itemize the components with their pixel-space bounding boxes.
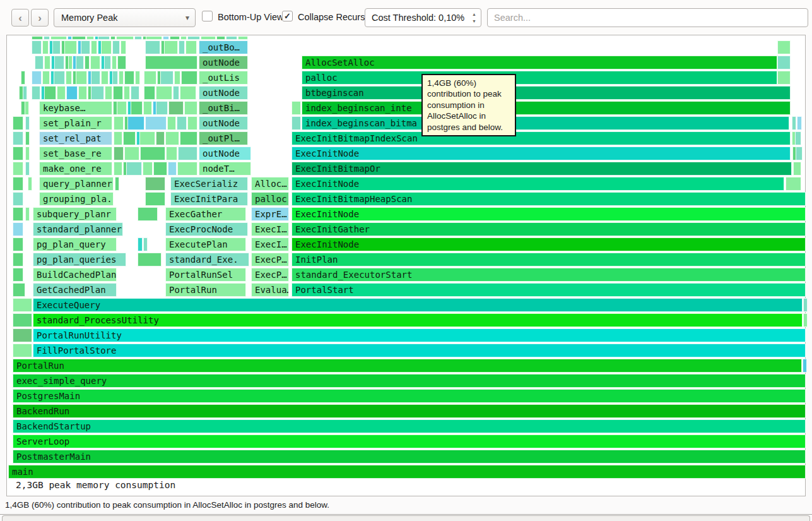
flame-cell[interactable] (121, 40, 126, 54)
flame-cell[interactable] (177, 116, 187, 130)
flame-frame[interactable]: ExecP… (251, 268, 289, 282)
flame-frame[interactable]: grouping_pla. (39, 192, 114, 206)
flame-frame[interactable]: PostmasterMain (13, 450, 806, 464)
flame-frame[interactable]: ExecI… (251, 237, 289, 251)
flame-cell[interactable] (173, 86, 179, 100)
flame-cell[interactable] (145, 40, 160, 54)
flame-frame[interactable]: ServerLoop (13, 434, 806, 448)
flame-cell[interactable] (185, 40, 197, 54)
flame-cell[interactable] (291, 101, 301, 115)
flame-cell[interactable] (138, 207, 158, 221)
flame-cell[interactable] (803, 298, 808, 312)
flame-cell[interactable] (32, 36, 43, 40)
flame-frame[interactable]: btbeginscan (302, 86, 791, 100)
flame-cell[interactable] (164, 40, 178, 54)
flame-cell[interactable] (180, 36, 187, 40)
flame-cell[interactable] (13, 313, 32, 327)
flame-cell[interactable] (795, 131, 801, 145)
flame-frame[interactable]: Evalua… (251, 283, 289, 297)
flame-cell[interactable] (180, 86, 196, 100)
flame-cell[interactable] (777, 40, 791, 54)
flame-cell[interactable] (25, 101, 29, 115)
flame-cell[interactable] (76, 56, 84, 69)
flame-frame[interactable]: ExecInitNode (291, 237, 806, 251)
flame-frame[interactable]: standard_Exe. (165, 253, 249, 266)
flame-frame[interactable]: InitPlan (291, 253, 806, 266)
flame-cell[interactable] (160, 71, 174, 85)
flame-cell[interactable] (145, 177, 165, 191)
flame-cell[interactable] (57, 86, 66, 100)
flame-cell[interactable] (127, 116, 144, 130)
flame-cell[interactable] (23, 86, 27, 100)
flame-cell[interactable] (156, 101, 168, 115)
flame-cell[interactable] (226, 36, 237, 40)
flame-frame[interactable]: PortalRun (165, 283, 246, 297)
flame-frame[interactable]: PortalRunSel (165, 268, 246, 282)
flame-cell[interactable] (803, 359, 807, 373)
flame-frame[interactable]: index_beginscan_bitma (302, 116, 789, 130)
spinner-arrows[interactable]: ▲ ▼ (470, 11, 478, 25)
flame-cell[interactable] (143, 237, 148, 251)
flame-cell[interactable] (168, 101, 184, 115)
spin-down-icon[interactable]: ▼ (470, 18, 478, 25)
flame-cell[interactable] (13, 162, 23, 176)
flame-frame[interactable]: set_base_re (39, 147, 112, 160)
flame-cell[interactable] (13, 207, 23, 221)
flame-cell[interactable] (797, 116, 802, 130)
flame-cell[interactable] (168, 162, 177, 176)
flame-cell[interactable] (170, 36, 180, 40)
flame-cell[interactable] (25, 116, 30, 130)
flame-frame[interactable]: outNode (199, 147, 251, 160)
flame-cell[interactable] (25, 207, 30, 221)
flame-cell[interactable] (131, 101, 143, 115)
flame-cell[interactable] (803, 313, 808, 327)
flame-frame[interactable]: index_beginscan_inte (302, 101, 791, 115)
flame-frame[interactable]: outNode (199, 56, 248, 69)
flame-cell[interactable] (117, 56, 126, 69)
flame-cell[interactable] (13, 131, 23, 145)
flame-frame[interactable]: keybase… (39, 101, 112, 115)
flame-frame[interactable]: outNode (199, 86, 248, 100)
flame-cell[interactable] (156, 131, 165, 145)
flame-frame[interactable]: palloc (302, 71, 777, 85)
flame-cell[interactable] (91, 86, 104, 100)
flame-cell[interactable] (187, 116, 197, 130)
flame-frame[interactable]: PortalRun (13, 359, 802, 373)
flame-cell[interactable] (44, 86, 56, 100)
flame-cell[interactable] (91, 40, 97, 54)
flame-frame[interactable]: ExecProcNode (165, 222, 248, 236)
flame-frame[interactable]: ExecI… (251, 222, 289, 236)
flame-frame[interactable]: pg_plan_query (33, 237, 117, 251)
cost-threshold-spinbox[interactable]: Cost Threshold: 0,10% ▲ ▼ (365, 8, 481, 27)
flame-frame[interactable]: ExecGather (165, 207, 246, 221)
flame-frame[interactable]: ExecutePlan (165, 237, 246, 251)
flame-frame[interactable]: ExecInitNode (291, 147, 791, 160)
flame-frame[interactable]: ExprE… (251, 207, 289, 221)
flame-cell[interactable] (146, 36, 162, 40)
flame-frame[interactable]: ExecInitNode (291, 177, 784, 191)
flame-cell[interactable] (90, 56, 100, 69)
flame-cell[interactable] (777, 56, 791, 69)
flame-cell[interactable] (112, 40, 120, 54)
flame-cell[interactable] (13, 177, 23, 191)
flame-frame[interactable]: ExecInitBitmapHeapScan (291, 192, 806, 206)
flame-cell[interactable] (143, 101, 152, 115)
flame-frame[interactable]: ExecInitGather (291, 222, 806, 236)
flame-cell[interactable] (13, 147, 23, 160)
flame-cell[interactable] (25, 147, 30, 160)
flame-cell[interactable] (42, 71, 50, 85)
flame-cell[interactable] (145, 192, 165, 206)
flame-cell[interactable] (124, 71, 134, 85)
flame-cell[interactable] (139, 131, 155, 145)
flame-cell[interactable] (105, 86, 112, 100)
flame-cell[interactable] (177, 162, 197, 176)
flame-frame[interactable]: Alloc… (251, 177, 289, 191)
flame-frame[interactable]: standard_ExecutorStart (291, 268, 806, 282)
flame-cell[interactable] (180, 131, 197, 145)
flame-cell[interactable] (777, 71, 791, 85)
forward-button[interactable]: › (31, 9, 49, 27)
flame-frame[interactable]: palloc (251, 192, 289, 206)
flame-frame[interactable]: ExecuteQuery (33, 298, 803, 312)
flame-cell[interactable] (166, 147, 177, 160)
flame-frame[interactable]: ExecSerializ (170, 177, 248, 191)
